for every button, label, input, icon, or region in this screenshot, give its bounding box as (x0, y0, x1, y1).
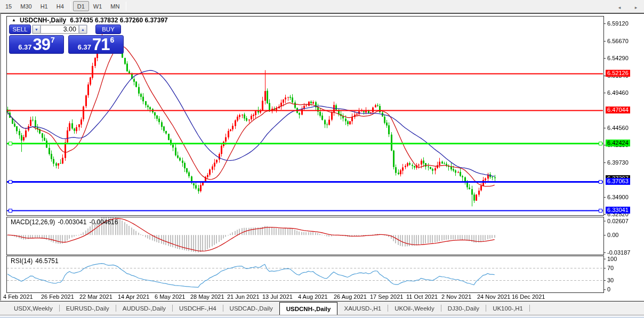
macd-main-value: -0.003041 (58, 218, 86, 226)
macd-axis-tick: 0.00 (607, 232, 618, 239)
volume-increase-icon[interactable]: ▲ (79, 25, 87, 34)
time-axis-label: 6 May 2021 (155, 293, 185, 300)
chart-tab-xauusd[interactable]: XAUUSD-,H1 (337, 301, 388, 315)
toolbar-separator (126, 2, 126, 11)
bid-price-big-digits: 39 (33, 36, 50, 53)
chart-tab-audusd[interactable]: AUDUSD-,Daily (116, 301, 172, 315)
time-axis-label: 26 Aug 2021 (334, 293, 367, 300)
price-axis-tick: 6.44560 (607, 125, 629, 132)
ask-price-pip-digit: 6 (110, 36, 115, 44)
time-axis-label: 13 Jul 2021 (262, 293, 293, 300)
rsi-axis-tick: 100 (607, 256, 617, 263)
chart-symbol-period: USDCNH-,Daily (20, 17, 66, 24)
status-bar (0, 315, 644, 318)
volume-input[interactable]: 3.00 (41, 25, 79, 34)
one-click-trading-panel: SELL ▼ 3.00 ▲ BUY 6.37 39 7 6.37 71 6 (9, 25, 124, 54)
chart-tab-usdchf[interactable]: USDCHF-,H4 (173, 301, 223, 315)
timeframe-button-h1[interactable]: H1 (36, 1, 52, 11)
volume-stepper: ▼ 3.00 ▲ (32, 25, 87, 34)
rsi-axis-tick: 0 (607, 286, 610, 293)
chart-tab-bar: USDX,WeeklyEURUSD-,DailyAUDUSD-,DailyUSD… (0, 301, 644, 315)
timeframe-toolbar: 15M30H1H4D1W1MN (0, 0, 644, 12)
time-axis-label: 4 Aug 2021 (298, 293, 328, 300)
price-axis-tick: 6.39730 (607, 159, 629, 166)
hline-price-label[interactable]: 6.47044 (606, 107, 630, 113)
time-axis-label: 24 Nov 2021 (477, 293, 510, 300)
macd-axis-tick: 0.02607 (607, 218, 629, 225)
time-axis-label: 28 May 2021 (190, 293, 224, 300)
buy-button[interactable]: BUY (95, 25, 121, 34)
macd-signal-value: -0.004616 (89, 218, 118, 226)
chart-title: ▲ USDCNH-,Daily 6.37435 6.37832 6.37260 … (12, 17, 168, 24)
chart-tab-usdx[interactable]: USDX,Weekly (7, 301, 59, 315)
price-axis-tick: 6.56670 (607, 38, 629, 45)
macd-indicator-label: MACD(12,26,9)-0.003041-0.004616 (11, 218, 118, 226)
time-axis-label: 22 Mar 2021 (79, 293, 112, 300)
tab-separator (529, 305, 530, 312)
chart-tab-usdcad[interactable]: USDCAD-,Daily (223, 301, 279, 315)
price-axis-tick: 6.59120 (607, 20, 629, 27)
rsi-value: 46.5751 (35, 257, 58, 265)
rsi-indicator-label: RSI(14)46.5751 (11, 257, 59, 265)
hline-price-label[interactable]: 6.33041 (606, 207, 630, 214)
chart-window: ▲ USDCNH-,Daily 6.37435 6.37832 6.37260 … (0, 13, 644, 300)
timeframe-button-d1[interactable]: D1 (73, 1, 89, 11)
ask-price-big-digits: 71 (92, 36, 109, 53)
ask-price-prefix: 6.37 (78, 42, 91, 53)
bid-price-prefix: 6.37 (18, 42, 31, 53)
timeframe-button-h4[interactable]: H4 (52, 1, 68, 11)
time-axis-label: 2 Nov 2021 (441, 293, 471, 300)
time-axis-label: 11 Oct 2021 (406, 293, 438, 300)
price-axis-tick: 6.49460 (607, 89, 629, 96)
hline-price-label[interactable]: 6.52126 (606, 70, 630, 77)
hline-price-label[interactable]: 6.42424 (606, 140, 630, 146)
bid-price-button[interactable]: 6.37 39 7 (9, 35, 64, 54)
collapse-quote-panel-icon[interactable]: ▲ (12, 18, 16, 22)
time-axis-label: 21 Jun 2021 (227, 293, 260, 300)
time-axis-label: 14 Apr 2021 (118, 293, 149, 300)
rsi-axis-tick: 70 (607, 265, 614, 272)
tab-scroll-left-icon[interactable]: ◂ (616, 4, 623, 11)
price-axis-tick: 6.54290 (607, 55, 629, 62)
chart-ohlc-values: 6.37435 6.37832 6.37260 6.37397 (70, 17, 168, 24)
price-chart-canvas[interactable] (1, 14, 644, 301)
chart-tab-usdcnh[interactable]: USDCNH-,Daily (279, 302, 338, 315)
timeframe-button-m30[interactable]: M30 (16, 1, 36, 11)
rsi-axis-tick: 30 (607, 277, 614, 284)
time-axis-label: 26 Feb 2021 (41, 293, 74, 300)
time-axis-label: 16 Dec 2021 (512, 293, 545, 300)
timeframe-button-mn[interactable]: MN (106, 1, 124, 11)
tab-scroll-right-icon[interactable]: ▸ (632, 4, 640, 11)
mt4-terminal: 15M30H1H4D1W1MN ▲ USDCNH-,Daily 6.37435 … (0, 0, 644, 318)
ask-price-button[interactable]: 6.37 71 6 (68, 35, 124, 54)
price-axis-tick: 6.34900 (607, 194, 629, 201)
volume-decrease-icon[interactable]: ▼ (33, 25, 41, 34)
macd-name: MACD(12,26,9) (11, 218, 55, 226)
timeframe-button-w1[interactable]: W1 (89, 1, 107, 11)
toolbar-separator (70, 2, 71, 11)
time-axis-label: 4 Feb 2021 (3, 293, 33, 300)
sell-button[interactable]: SELL (9, 25, 31, 34)
hline-price-label[interactable]: 6.37063 (606, 178, 630, 185)
timeframe-button-15[interactable]: 15 (1, 1, 16, 11)
chart-tab-uk100[interactable]: UK100-,H1 (486, 301, 529, 315)
bid-price-pip-digit: 7 (51, 36, 55, 44)
rsi-name: RSI(14) (11, 257, 33, 265)
chart-tab-dj30[interactable]: DJ30-,Daily (441, 301, 486, 315)
time-axis-label: 17 Sep 2021 (370, 293, 403, 300)
chart-tab-eurusd[interactable]: EURUSD-,Daily (60, 301, 116, 315)
chart-tab-ukoil[interactable]: UKOil-,Weekly (388, 301, 441, 315)
